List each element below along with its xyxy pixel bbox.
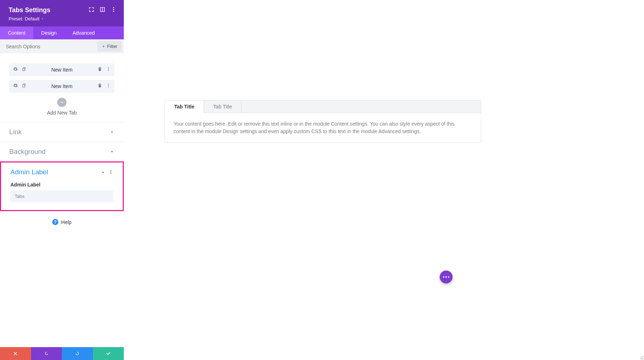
more-icon[interactable] [108,170,113,175]
sidebar-footer [0,347,124,360]
undo-icon [44,351,49,356]
help-icon: ? [52,219,58,225]
preview-tab-content[interactable]: Your content goes here. Edit or remove t… [165,113,481,142]
svg-point-7 [108,85,109,86]
tab-content[interactable]: Content [0,26,33,39]
svg-point-9 [111,170,111,171]
add-tab-button[interactable] [57,98,67,107]
add-tab-label: Add New Tab [9,110,114,116]
duplicate-icon[interactable] [21,83,26,89]
chevron-down-icon [109,130,114,135]
tabs-module-preview[interactable]: Tab Title Tab Title Your content goes he… [165,100,481,143]
trash-icon[interactable] [97,83,102,89]
save-button[interactable] [93,347,124,360]
svg-point-4 [108,69,109,69]
preview-tab[interactable]: Tab Title [204,101,241,113]
svg-point-8 [108,87,109,87]
admin-label-field-label: Admin Label [10,182,113,188]
plus-icon [60,100,64,104]
help-link[interactable]: ? Help [0,211,124,233]
tab-advanced[interactable]: Advanced [65,26,103,39]
svg-point-2 [113,11,114,12]
redo-button[interactable] [62,347,93,360]
preset-label: Preset: [9,16,23,21]
svg-point-0 [113,7,114,8]
trash-icon[interactable] [97,67,102,73]
tab-item-label: New Item [26,83,97,89]
floating-action-button[interactable] [440,271,453,283]
svg-point-5 [108,70,109,71]
tab-design[interactable]: Design [33,26,65,39]
accordion-admin-label-highlighted: Admin Label Admin Label [0,161,124,211]
chevron-down-icon [41,17,44,20]
svg-point-6 [108,84,109,84]
tabs-items-list: New Item New Item [0,53,124,122]
settings-tabs: Content Design Advanced [0,26,124,39]
gear-icon[interactable] [13,83,18,89]
admin-label-input[interactable] [10,190,113,202]
accordion-background[interactable]: Background [0,142,124,161]
more-icon[interactable] [111,6,117,14]
chevron-down-icon [109,149,114,154]
accordion-title: Link [9,128,22,136]
tab-item[interactable]: New Item [9,63,114,76]
plus-icon [102,44,106,48]
tab-item-label: New Item [26,67,97,73]
svg-point-3 [108,67,109,68]
more-icon[interactable] [106,67,111,73]
preview-canvas[interactable]: Tab Title Tab Title Your content goes he… [124,0,644,360]
settings-sidebar: Tabs Settings Preset: Default Content De… [0,0,124,360]
accordion-title: Background [9,148,45,156]
close-button[interactable] [0,347,31,360]
accordion-admin-label[interactable]: Admin Label [1,162,123,182]
preset-selector[interactable]: Preset: Default [9,16,117,21]
sidebar-header: Tabs Settings Preset: Default [0,0,124,26]
expand-icon[interactable] [88,6,94,14]
gear-icon[interactable] [13,67,18,73]
accordion-title: Admin Label [10,168,48,176]
preview-tab[interactable]: Tab Title [165,101,204,113]
preset-value: Default [25,16,39,21]
snap-icon[interactable] [99,6,106,14]
search-input[interactable] [0,40,95,53]
check-icon [106,351,111,356]
accordion-link[interactable]: Link [0,122,124,142]
search-bar: Filter [0,39,124,53]
resize-handle-icon[interactable] [638,354,643,359]
svg-point-10 [111,172,111,172]
tab-item[interactable]: New Item [9,80,114,93]
ellipsis-icon [443,276,449,278]
filter-button[interactable]: Filter [97,41,122,52]
filter-label: Filter [107,44,117,49]
duplicate-icon[interactable] [21,67,26,73]
svg-point-11 [111,173,111,174]
more-icon[interactable] [106,83,111,89]
chevron-up-icon [101,170,106,175]
help-label: Help [61,219,72,225]
undo-button[interactable] [31,347,62,360]
panel-title: Tabs Settings [9,6,50,14]
redo-icon [75,351,80,356]
svg-point-1 [113,9,114,10]
close-icon [13,351,18,356]
